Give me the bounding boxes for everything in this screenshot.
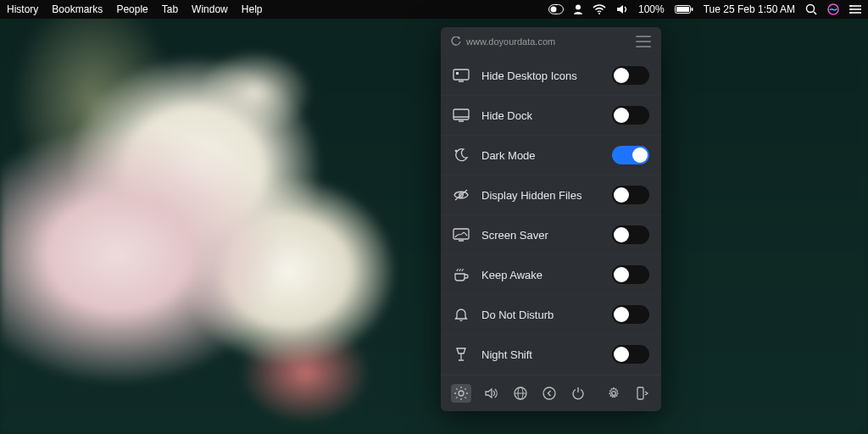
setting-row-keep_awake: Keep Awake bbox=[441, 255, 661, 295]
svg-point-2 bbox=[576, 5, 581, 10]
back-icon[interactable] bbox=[541, 385, 558, 402]
svg-point-42 bbox=[543, 387, 555, 399]
utility-panel: www.doyourdata.com Hide Desktop IconsHid… bbox=[441, 27, 661, 411]
panel-site-label: www.doyourdata.com bbox=[466, 36, 555, 47]
lamp-icon bbox=[453, 346, 470, 363]
setting-label: Do Not Disturb bbox=[481, 309, 554, 321]
menubar-item-help[interactable]: Help bbox=[242, 3, 263, 15]
power-icon[interactable] bbox=[570, 385, 587, 402]
menubar-item-history[interactable]: History bbox=[7, 3, 38, 15]
svg-line-35 bbox=[456, 388, 457, 389]
volume-icon[interactable] bbox=[616, 4, 628, 14]
toggle-hide_dock[interactable] bbox=[612, 106, 649, 125]
svg-point-15 bbox=[850, 12, 852, 14]
menubar-item-window[interactable]: Window bbox=[192, 3, 228, 15]
menubar-user-icon[interactable] bbox=[574, 4, 582, 14]
dock-icon bbox=[453, 107, 470, 124]
setting-label: Screen Saver bbox=[481, 229, 548, 242]
svg-rect-6 bbox=[691, 8, 693, 11]
setting-row-dark_mode: Dark Mode bbox=[441, 136, 661, 175]
toggle-dnd[interactable] bbox=[612, 305, 649, 324]
menubar-status: 100% Tue 25 Feb 1:50 AM bbox=[548, 3, 861, 15]
svg-point-14 bbox=[850, 8, 852, 10]
wifi-icon[interactable] bbox=[593, 4, 606, 14]
svg-rect-45 bbox=[637, 387, 643, 399]
menubar-clock[interactable]: Tue 25 Feb 1:50 AM bbox=[704, 3, 795, 15]
svg-rect-19 bbox=[453, 109, 469, 120]
panel-menu-button[interactable] bbox=[636, 36, 651, 47]
toggle-screen_saver[interactable] bbox=[612, 225, 649, 244]
svg-point-13 bbox=[850, 5, 852, 7]
svg-point-3 bbox=[598, 13, 600, 14]
toggle-hide_desktop_icons[interactable] bbox=[612, 66, 649, 85]
menubar-app-icon[interactable] bbox=[548, 4, 564, 14]
setting-row-dnd: Do Not Disturb bbox=[441, 295, 661, 335]
setting-row-night_shift: Night Shift bbox=[441, 335, 661, 375]
battery-percent: 100% bbox=[638, 3, 665, 15]
toggle-display_hidden[interactable] bbox=[612, 186, 649, 204]
spotlight-icon[interactable] bbox=[805, 3, 817, 15]
gear-icon[interactable] bbox=[605, 385, 622, 402]
eject-icon[interactable] bbox=[634, 385, 651, 402]
menubar-item-people[interactable]: People bbox=[116, 3, 147, 15]
svg-line-8 bbox=[814, 12, 816, 14]
svg-point-44 bbox=[612, 392, 616, 396]
setting-label: Dark Mode bbox=[481, 149, 536, 162]
svg-point-7 bbox=[807, 5, 815, 13]
desktop-wallpaper bbox=[0, 0, 868, 434]
svg-point-1 bbox=[551, 7, 557, 13]
volume-icon[interactable] bbox=[483, 385, 500, 402]
setting-label: Hide Desktop Icons bbox=[481, 70, 577, 82]
setting-row-hide_desktop_icons: Hide Desktop Icons bbox=[441, 56, 661, 96]
macos-menubar: History Bookmarks People Tab Window Help… bbox=[0, 0, 868, 19]
toggle-dark_mode[interactable] bbox=[612, 146, 649, 164]
svg-rect-16 bbox=[453, 70, 469, 80]
svg-line-38 bbox=[465, 388, 465, 389]
battery-icon[interactable] bbox=[675, 4, 693, 14]
desktop-icon bbox=[453, 67, 470, 84]
toggle-keep_awake[interactable] bbox=[612, 265, 649, 284]
setting-row-hide_dock: Hide Dock bbox=[441, 96, 661, 136]
globe-icon[interactable] bbox=[512, 385, 529, 402]
screensaver-icon bbox=[453, 226, 470, 243]
svg-rect-5 bbox=[676, 7, 689, 12]
setting-label: Hide Dock bbox=[481, 109, 532, 122]
siri-icon[interactable] bbox=[827, 3, 839, 15]
panel-footer bbox=[441, 375, 661, 411]
svg-line-36 bbox=[465, 397, 465, 398]
moon-icon bbox=[453, 147, 470, 164]
refresh-icon[interactable] bbox=[451, 36, 461, 47]
setting-row-display_hidden: Display Hidden Files bbox=[441, 175, 661, 215]
svg-line-37 bbox=[456, 397, 457, 398]
panel-header: www.doyourdata.com bbox=[441, 27, 661, 53]
setting-label: Display Hidden Files bbox=[481, 189, 582, 202]
svg-rect-17 bbox=[456, 72, 459, 75]
coffee-icon bbox=[453, 266, 470, 283]
menubar-app-menu: History Bookmarks People Tab Window Help bbox=[7, 3, 262, 15]
bell-icon bbox=[453, 306, 470, 323]
panel-rows: Hide Desktop IconsHide DockDark ModeDisp… bbox=[441, 53, 661, 375]
svg-point-30 bbox=[459, 391, 464, 396]
setting-label: Night Shift bbox=[481, 348, 532, 361]
eye-off-icon bbox=[453, 186, 470, 203]
menubar-item-tab[interactable]: Tab bbox=[162, 3, 178, 15]
brightness-icon[interactable] bbox=[451, 384, 471, 403]
notification-center-icon[interactable] bbox=[849, 4, 861, 14]
toggle-night_shift[interactable] bbox=[612, 345, 649, 364]
setting-label: Keep Awake bbox=[481, 269, 542, 281]
menubar-item-bookmarks[interactable]: Bookmarks bbox=[52, 3, 103, 15]
setting-row-screen_saver: Screen Saver bbox=[441, 215, 661, 255]
